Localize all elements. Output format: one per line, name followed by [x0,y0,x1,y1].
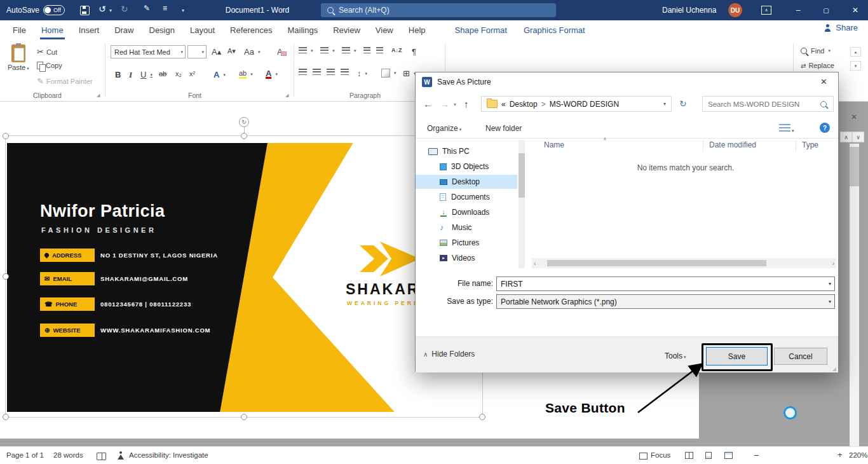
paragraph-marks-button[interactable]: ¶ [412,47,416,57]
undo-chevron-icon[interactable]: ▾ [109,8,112,13]
organize-button[interactable]: Organize [427,124,461,133]
change-case-button[interactable]: Aa [244,47,260,57]
sidebar-item-pictures[interactable]: Pictures [416,236,517,250]
tab-graphics-format[interactable]: Graphics Format [516,20,593,39]
word-count[interactable]: 28 words [53,451,83,459]
tab-help[interactable]: Help [401,20,433,39]
selected-image-frame[interactable]: ↻ Nwifor Patricia FASHION DESIGNER ADDRE… [5,135,483,418]
grow-font-button[interactable]: A▴ [212,47,221,57]
hide-folders-button[interactable]: ∧Hide Folders [423,350,475,358]
tab-review[interactable]: Review [325,20,368,39]
minimize-button[interactable]: – [788,2,808,18]
resize-handle-w[interactable] [3,273,9,280]
resize-handle-nw[interactable] [3,133,9,139]
underline-button[interactable]: U [140,70,153,79]
resize-grip-icon[interactable]: ◢ [832,366,836,372]
column-divider[interactable] [796,140,796,151]
web-layout-icon[interactable] [724,452,733,459]
sidebar-item-desktop[interactable]: Desktop [416,175,517,189]
text-effects-button[interactable]: A [214,70,226,79]
zoom-level[interactable]: 220% [849,451,867,459]
align-left-button[interactable] [299,69,307,76]
tab-layout[interactable]: Layout [182,20,222,39]
sort-button[interactable]: A↓Z [391,47,402,53]
tab-mailings[interactable]: Mailings [280,20,326,39]
sidebar-item-documents[interactable]: Documents [416,190,517,204]
tab-references[interactable]: References [222,20,280,39]
align-right-button[interactable] [327,69,335,76]
shading-button[interactable] [381,69,397,78]
forward-icon[interactable]: → [440,99,449,109]
justify-button[interactable] [341,69,349,76]
font-dialog-launcher-icon[interactable]: ◢ [285,93,288,98]
file-name-input[interactable] [501,280,823,289]
autosave-pill[interactable]: Off [43,5,65,15]
breadcrumb-prefix[interactable]: « [501,100,506,109]
decrease-indent-button[interactable] [363,47,370,54]
dialog-close-icon[interactable]: ✕ [810,72,838,91]
scroll-left-icon[interactable]: ‹ [532,260,536,267]
superscript-button[interactable]: x² [189,70,195,78]
change-view-button[interactable] [779,124,794,134]
bullets-button[interactable] [299,47,313,54]
ribbon-scroll-up-icon[interactable]: ▴ [850,47,861,57]
format-painter-button[interactable]: ✎Format Painter [37,76,93,86]
tab-shape-format[interactable]: Shape Format [447,20,515,39]
resize-handle-sw[interactable] [3,414,9,420]
maximize-button[interactable]: ▢ [816,2,836,18]
cut-button[interactable]: ✂Cut [37,47,57,57]
italic-button[interactable]: I [129,70,132,80]
file-name-combo[interactable]: ▾ [496,276,835,291]
tab-home[interactable]: Home [34,20,71,39]
zoom-in-button[interactable]: + [837,450,843,460]
focus-button[interactable]: Focus [651,451,670,459]
clear-formatting-button[interactable]: A [277,47,283,57]
titlebar-search[interactable]: Search (Alt+Q) [321,3,556,17]
scroll-right-icon[interactable]: › [832,260,836,267]
sidebar-scrollbar-thumb[interactable] [519,153,525,198]
numbering-button[interactable] [320,47,335,54]
tab-view[interactable]: View [368,20,401,39]
back-icon[interactable]: ← [423,99,433,109]
sidebar-item-videos[interactable]: Videos [416,251,517,265]
save-icon[interactable] [80,6,90,15]
breadcrumb[interactable]: « Desktop > MS-WORD DESIGN ▾ [481,96,672,112]
column-header-name[interactable]: Name [544,140,564,149]
scroll-down-icon[interactable]: ∨ [852,132,864,142]
avatar[interactable]: DU [728,3,742,17]
share-button[interactable]: Share [824,23,858,32]
font-color-button[interactable]: A [266,70,278,79]
accessibility-status[interactable]: Accessibility: Investigate [129,451,208,459]
font-size-combo[interactable]: ▾ [187,45,207,58]
autosave-toggle[interactable]: AutoSave Off [6,5,65,15]
subscript-button[interactable]: x₂ [175,70,182,78]
focus-icon[interactable] [639,453,648,460]
align-center-button[interactable] [313,69,321,76]
resize-handle-s[interactable] [241,414,247,420]
tab-insert[interactable]: Insert [71,20,107,39]
rotate-handle[interactable]: ↻ [239,117,249,127]
breadcrumb-chevron-icon[interactable]: ▾ [663,101,666,107]
refresh-icon[interactable]: ↻ [679,99,687,109]
accessibility-icon[interactable] [117,451,125,460]
page-count[interactable]: Page 1 of 1 [6,451,44,459]
multilevel-list-button[interactable] [342,47,356,54]
qat-customize-chevron-icon[interactable]: ▾ [182,8,184,13]
resize-handle-n[interactable] [241,133,247,139]
user-name[interactable]: Daniel Uchenna [662,6,716,15]
sidebar-item-downloads[interactable]: Downloads [416,205,517,219]
strikethrough-button[interactable]: ab [159,70,166,78]
close-pane-icon[interactable]: ✕ [846,110,862,123]
save-as-type-chevron-icon[interactable]: ▾ [829,299,831,304]
qat-list-icon[interactable]: ≡ [163,4,167,13]
file-name-chevron-icon[interactable]: ▾ [829,281,831,287]
close-button[interactable]: ✕ [845,2,865,18]
undo-button[interactable]: ↺ [98,4,106,14]
column-header-date-modified[interactable]: Date modified [709,140,756,149]
dialog-search-input[interactable] [703,100,820,109]
sidebar-item-3d-objects[interactable]: 3D Objects [416,160,517,174]
copy-button[interactable]: Copy [37,62,62,69]
tab-draw[interactable]: Draw [107,20,141,39]
up-icon[interactable]: ↑ [464,99,469,109]
dialog-search-box[interactable] [702,96,834,112]
